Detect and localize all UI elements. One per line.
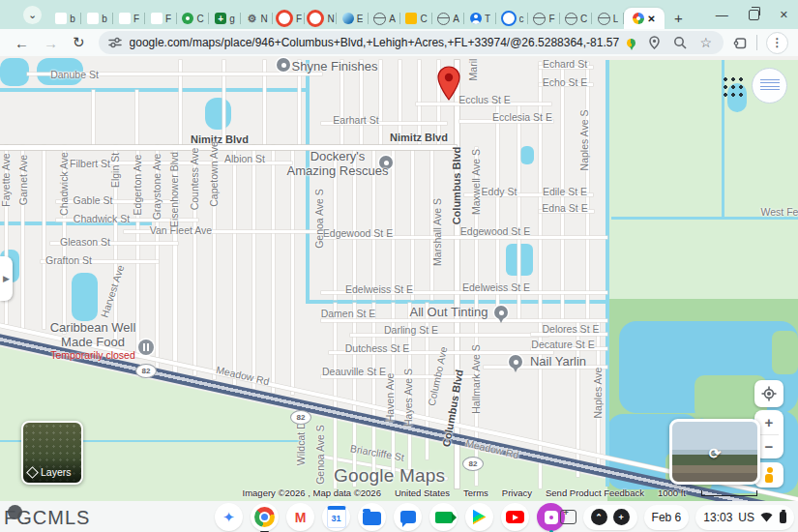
- tab-5[interactable]: C: [177, 8, 209, 29]
- gmail-favicon-icon: [55, 13, 67, 24]
- street-label: Elgin St: [109, 153, 121, 188]
- street-label: Ecclesia St E: [492, 111, 552, 123]
- desks-icon[interactable]: [560, 510, 576, 524]
- street-view-thumbnail[interactable]: ⟳: [669, 419, 760, 485]
- minimize-button[interactable]: —: [716, 11, 728, 20]
- poi-label[interactable]: Shyne Finishes: [292, 60, 378, 74]
- play-store-icon: [473, 510, 487, 525]
- tab-3[interactable]: F: [113, 8, 145, 29]
- url-text[interactable]: google.com/maps/place/946+Columbus+Blvd,…: [130, 36, 620, 49]
- keyboard-region: US: [738, 511, 754, 524]
- poi-label[interactable]: Dockery'sAmazing Rescues: [287, 150, 389, 178]
- restore-button[interactable]: [749, 10, 759, 20]
- tab-scroll-chevron-icon[interactable]: ⌄: [23, 6, 42, 24]
- destination-marker[interactable]: [437, 66, 460, 101]
- poi-label[interactable]: Nail Yarlin: [530, 355, 586, 369]
- tab-1[interactable]: b: [49, 8, 81, 29]
- street-label: Van Fleet Ave: [150, 224, 212, 236]
- poi-dot-icon[interactable]: [277, 58, 290, 72]
- attribution-link[interactable]: United States: [395, 488, 450, 498]
- canal: [306, 60, 310, 304]
- calendar-app-button[interactable]: 31: [322, 503, 350, 531]
- tab-8[interactable]: F: [273, 8, 305, 29]
- street-label: Edile St E: [543, 186, 587, 197]
- rotate-view-icon: ⟳: [709, 445, 722, 462]
- poi-pin-icon[interactable]: [494, 306, 508, 319]
- youtube-app-button[interactable]: [501, 503, 529, 531]
- attribution-link[interactable]: Send Product Feedback: [546, 488, 644, 498]
- tote-pill: ⌃ +: [583, 505, 637, 530]
- calendar-pill[interactable]: Feb 6: [644, 505, 690, 530]
- meet-app-button[interactable]: [429, 503, 458, 531]
- tab-12[interactable]: C: [400, 8, 432, 29]
- tab-10[interactable]: E: [337, 8, 369, 29]
- tab-6[interactable]: g: [209, 8, 241, 29]
- chrome-app-button[interactable]: [251, 503, 279, 531]
- canal: [606, 60, 609, 487]
- shelf-status-area: ⌃ + Feb 6 13:03 US: [560, 502, 794, 532]
- gmail-app-button[interactable]: M: [286, 503, 314, 531]
- street-label: Wildcat Dr: [295, 419, 307, 465]
- tab-13[interactable]: A: [432, 8, 464, 29]
- tab-2[interactable]: b: [81, 8, 113, 29]
- side-panel-toggle[interactable]: ▶: [0, 256, 13, 301]
- site-info-tune-icon[interactable]: [108, 36, 122, 49]
- status-tray[interactable]: 13:03 US: [695, 505, 794, 530]
- zoom-magnifier-icon[interactable]: [673, 36, 687, 49]
- browser-menu-button[interactable]: ⋮: [766, 32, 788, 54]
- tab-7[interactable]: N: [241, 8, 273, 29]
- globe-favicon-icon: [565, 13, 577, 25]
- scale-label[interactable]: 1000 ft: [658, 488, 686, 498]
- tab-title: c: [519, 14, 524, 24]
- tab-17[interactable]: C: [560, 8, 592, 29]
- street-label: Damen St E: [321, 308, 376, 319]
- tab-18[interactable]: L: [592, 8, 624, 29]
- location-pin-icon[interactable]: [648, 36, 661, 49]
- layers-button[interactable]: Layers: [21, 421, 83, 485]
- caret-up-icon[interactable]: ⌃: [591, 509, 607, 525]
- chat-app-button[interactable]: [394, 503, 422, 531]
- tab-11[interactable]: A: [369, 8, 400, 29]
- address-bar[interactable]: google.com/maps/place/946+Columbus+Blvd,…: [99, 31, 724, 54]
- street-label: Genoa Ave S: [313, 189, 325, 249]
- pond: [520, 146, 534, 164]
- tab-4[interactable]: F: [145, 8, 177, 29]
- tab-active[interactable]: ✕: [624, 8, 665, 29]
- street-label: Echard St: [543, 58, 587, 70]
- island-blob: [772, 331, 798, 374]
- tab-9[interactable]: N: [305, 8, 337, 29]
- poi-label[interactable]: All Out Tinting: [410, 306, 488, 320]
- tab-close-icon[interactable]: ✕: [647, 14, 655, 24]
- route-82-shield: 82: [290, 410, 311, 425]
- tab-15[interactable]: c: [496, 8, 528, 29]
- attribution-link[interactable]: Privacy: [502, 488, 532, 498]
- map-canvas[interactable]: ▶ Layers + − ⟳ Google Maps Imagery ©2026…: [0, 56, 798, 501]
- files-app-button[interactable]: [358, 503, 386, 531]
- new-tab-button[interactable]: +: [674, 10, 683, 26]
- street-label: Dutchess St E: [345, 342, 410, 354]
- my-location-button[interactable]: [754, 380, 783, 407]
- maps-product-icon[interactable]: [627, 39, 635, 47]
- street-label: Gable St: [74, 194, 113, 206]
- street-label: Edgewood St E: [323, 227, 393, 239]
- poi-name: Amazing Rescues: [287, 164, 389, 179]
- close-window-button[interactable]: ✕: [780, 9, 788, 21]
- battery-icon: [780, 512, 786, 523]
- extensions-icon[interactable]: [733, 36, 748, 50]
- tab-14[interactable]: T: [464, 8, 496, 29]
- restaurant-poi-icon[interactable]: [138, 340, 154, 355]
- street-label: Eddy St: [482, 186, 517, 197]
- poi-pin-icon[interactable]: [509, 355, 522, 369]
- back-button[interactable]: ←: [15, 35, 29, 51]
- tab-16[interactable]: F: [528, 8, 560, 29]
- tab-title: C: [580, 14, 587, 24]
- forward-button[interactable]: →: [44, 35, 58, 51]
- bookmark-star-icon[interactable]: ☆: [699, 35, 712, 50]
- plus-icon[interactable]: +: [613, 509, 630, 525]
- reload-button[interactable]: ↻: [73, 34, 85, 51]
- attribution-link[interactable]: Terms: [463, 488, 488, 498]
- launcher-button[interactable]: ✦: [215, 503, 243, 531]
- play-store-button[interactable]: [465, 503, 493, 531]
- poi-label[interactable]: Caribbean WellMade FoodTemporarily close…: [50, 321, 136, 361]
- street-label: Edgewood St E: [460, 225, 530, 237]
